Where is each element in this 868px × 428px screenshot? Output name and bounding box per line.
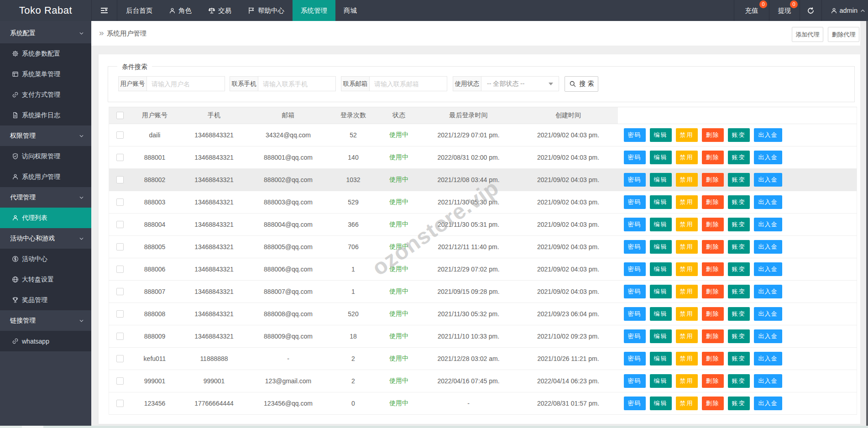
action-button-5[interactable]: 账变 <box>728 195 750 209</box>
action-button-6[interactable]: 出入金 <box>754 128 782 142</box>
action-button-2[interactable]: 编辑 <box>650 397 672 410</box>
action-button-2[interactable]: 编辑 <box>650 240 672 254</box>
action-button-6[interactable]: 出入金 <box>754 240 782 254</box>
action-button-2[interactable]: 编辑 <box>650 307 672 321</box>
action-button-1[interactable]: 密码 <box>624 352 646 365</box>
row-checkbox[interactable] <box>116 198 124 206</box>
status-select[interactable]: -- 全部状态 -- <box>481 77 559 91</box>
sidebar-item-4-1[interactable]: 活动中心 <box>0 249 91 269</box>
action-button-5[interactable]: 账变 <box>728 240 750 254</box>
sidebar-item-2-1[interactable]: 访问权限管理 <box>0 146 91 167</box>
action-button-1[interactable]: 密码 <box>624 240 646 254</box>
row-checkbox[interactable] <box>116 176 124 183</box>
action-button-5[interactable]: 账变 <box>728 352 750 365</box>
action-button-4[interactable]: 删除 <box>702 195 724 209</box>
row-checkbox[interactable] <box>116 243 124 251</box>
action-button-2[interactable]: 编辑 <box>650 128 672 142</box>
action-button-1[interactable]: 密码 <box>624 173 646 187</box>
sidebar-item-1-2[interactable]: 系统菜单管理 <box>0 64 91 84</box>
action-button-3[interactable]: 禁用 <box>676 307 698 321</box>
action-button-1[interactable]: 密码 <box>624 262 646 276</box>
row-checkbox[interactable] <box>116 266 124 273</box>
vertical-scrollbar[interactable] <box>860 21 868 428</box>
recharge-menu-item[interactable]: 充值 0 <box>734 0 769 21</box>
action-button-6[interactable]: 出入金 <box>754 151 782 164</box>
delete-agent-button[interactable]: 删除代理 <box>828 27 859 42</box>
nav-item-4[interactable]: 帮助中心 <box>240 0 293 21</box>
action-button-5[interactable]: 账变 <box>728 262 750 276</box>
action-button-6[interactable]: 出入金 <box>754 173 782 187</box>
action-button-5[interactable]: 账变 <box>728 374 750 388</box>
action-button-1[interactable]: 密码 <box>624 397 646 410</box>
sidebar-item-1-1[interactable]: 系统参数配置 <box>0 43 91 64</box>
action-button-3[interactable]: 禁用 <box>676 352 698 365</box>
action-button-2[interactable]: 编辑 <box>650 374 672 388</box>
sidebar-group-2[interactable]: 权限管理 <box>0 125 91 146</box>
action-button-6[interactable]: 出入金 <box>754 218 782 231</box>
action-button-1[interactable]: 密码 <box>624 374 646 388</box>
action-button-2[interactable]: 编辑 <box>650 262 672 276</box>
action-button-3[interactable]: 禁用 <box>676 128 698 142</box>
action-button-1[interactable]: 密码 <box>624 285 646 298</box>
nav-item-5[interactable]: 系统管理 <box>293 0 335 21</box>
action-button-5[interactable]: 账变 <box>728 397 750 410</box>
sidebar-group-4[interactable]: 活动中心和游戏 <box>0 228 91 249</box>
horizontal-scrollbar-thumb[interactable] <box>22 426 43 428</box>
action-button-4[interactable]: 删除 <box>702 128 724 142</box>
vertical-scrollbar-thumb[interactable] <box>866 21 868 428</box>
phone-input[interactable] <box>258 77 335 91</box>
action-button-3[interactable]: 禁用 <box>676 397 698 410</box>
action-button-1[interactable]: 密码 <box>624 128 646 142</box>
action-button-3[interactable]: 禁用 <box>676 329 698 343</box>
action-button-3[interactable]: 禁用 <box>676 218 698 231</box>
sidebar-group-3[interactable]: 代理管理 <box>0 187 91 208</box>
action-button-3[interactable]: 禁用 <box>676 374 698 388</box>
action-button-1[interactable]: 密码 <box>624 329 646 343</box>
row-checkbox[interactable] <box>116 333 124 340</box>
row-checkbox[interactable] <box>116 288 124 295</box>
action-button-4[interactable]: 删除 <box>702 285 724 298</box>
account-input[interactable] <box>147 77 225 91</box>
search-button[interactable]: 搜 索 <box>565 76 598 92</box>
sidebar-item-4-2[interactable]: 大转盘设置 <box>0 269 91 290</box>
action-button-4[interactable]: 删除 <box>702 397 724 410</box>
action-button-6[interactable]: 出入金 <box>754 374 782 388</box>
action-button-3[interactable]: 禁用 <box>676 262 698 276</box>
sidebar-item-1-3[interactable]: 支付方式管理 <box>0 84 91 105</box>
action-button-6[interactable]: 出入金 <box>754 397 782 410</box>
row-checkbox[interactable] <box>116 400 124 407</box>
action-button-3[interactable]: 禁用 <box>676 151 698 164</box>
action-button-2[interactable]: 编辑 <box>650 151 672 164</box>
action-button-2[interactable]: 编辑 <box>650 352 672 365</box>
row-checkbox[interactable] <box>116 154 124 161</box>
action-button-2[interactable]: 编辑 <box>650 173 672 187</box>
refresh-button[interactable] <box>800 0 821 21</box>
action-button-6[interactable]: 出入金 <box>754 307 782 321</box>
action-button-4[interactable]: 删除 <box>702 240 724 254</box>
action-button-3[interactable]: 禁用 <box>676 173 698 187</box>
row-checkbox[interactable] <box>116 221 124 228</box>
action-button-6[interactable]: 出入金 <box>754 352 782 365</box>
sidebar-group-5[interactable]: 链接管理 <box>0 310 91 331</box>
action-button-1[interactable]: 密码 <box>624 307 646 321</box>
action-button-6[interactable]: 出入金 <box>754 262 782 276</box>
action-button-4[interactable]: 删除 <box>702 374 724 388</box>
action-button-2[interactable]: 编辑 <box>650 218 672 231</box>
select-all-checkbox[interactable] <box>116 112 124 119</box>
action-button-2[interactable]: 编辑 <box>650 195 672 209</box>
sidebar-item-4-3[interactable]: 奖品管理 <box>0 290 91 310</box>
action-button-3[interactable]: 禁用 <box>676 240 698 254</box>
action-button-6[interactable]: 出入金 <box>754 285 782 298</box>
sidebar-item-2-2[interactable]: 系统用户管理 <box>0 167 91 187</box>
sidebar-group-1[interactable]: 系统配置 <box>0 23 91 43</box>
action-button-5[interactable]: 账变 <box>728 307 750 321</box>
row-checkbox[interactable] <box>116 310 124 318</box>
row-checkbox[interactable] <box>116 355 124 362</box>
nav-item-2[interactable]: 角色 <box>161 0 200 21</box>
withdraw-menu-item[interactable]: 提现 0 <box>769 0 800 21</box>
sidebar-item-5-1[interactable]: whatsapp <box>0 331 91 351</box>
action-button-4[interactable]: 删除 <box>702 307 724 321</box>
action-button-3[interactable]: 禁用 <box>676 285 698 298</box>
action-button-1[interactable]: 密码 <box>624 218 646 231</box>
user-menu[interactable]: admin <box>821 0 868 21</box>
